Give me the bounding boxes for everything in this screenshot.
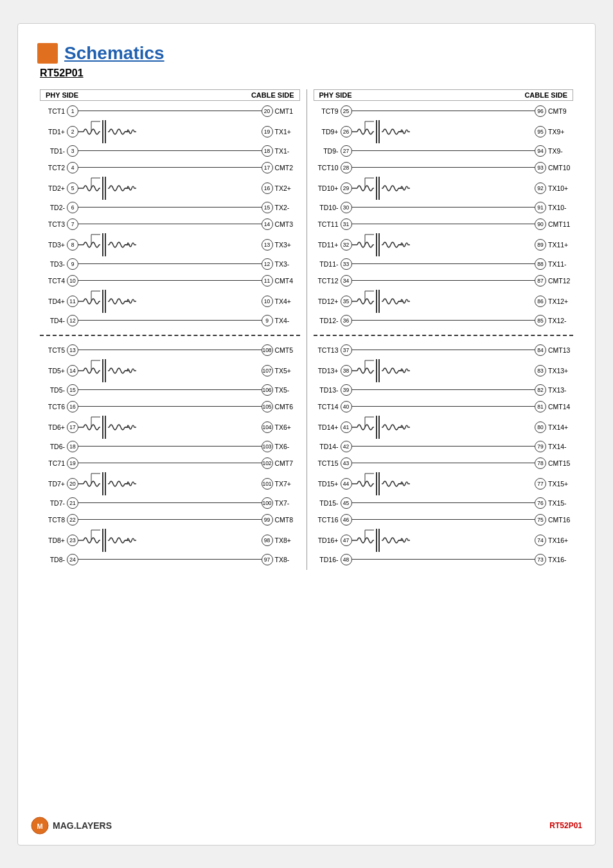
tdm-rname: TX5- [273,386,300,394]
tdm-line [78,559,262,560]
pin-number: 101 [262,478,273,490]
tdm-line [352,320,535,321]
pin-number: 18 [262,145,273,157]
subtitle: RT52P01 [40,67,576,79]
pin-number: 89 [535,239,546,251]
tdm-name: TD3- [40,260,67,268]
tct-line [352,224,535,225]
tct-line [352,350,535,351]
pin-number: 76 [535,497,546,509]
tdp-row: TD1+219TX1+ [40,119,300,145]
tct-rname: CMT4 [273,277,300,285]
pin-number: 39 [341,384,352,396]
pin-number: 9 [262,315,273,326]
tdp-rname: TX16+ [546,536,573,544]
tdm-line [352,389,535,391]
tdm-line [78,207,262,208]
tdp-rname: TX14+ [546,423,573,431]
tdp-rname: TX15+ [546,480,573,488]
transformer-container [78,354,262,387]
pin-number: 17 [67,421,78,433]
pin-number: 16 [67,401,78,412]
tdp-rname: TX4+ [273,297,300,305]
tct-rname: CMT9 [546,107,573,115]
pin-number: 3 [67,145,78,157]
tdm-line [352,502,535,504]
tdp-rname: TX8+ [273,536,300,544]
header: Schematics [37,43,576,64]
tct-line [352,111,535,112]
page-title: Schematics [64,43,164,64]
tdp-name: TD1+ [40,128,67,136]
tdm-rname: TX13- [546,386,573,394]
tdp-row: TD14+4180TX14+ [314,414,574,440]
footer-model: RT52P01 [549,821,582,830]
pin-number: 96 [535,105,546,117]
pin-number: 15 [262,202,273,213]
transformer-container [352,172,535,205]
transformer-symbol [78,467,136,500]
left-cable-label: CABLE SIDE [251,91,294,99]
tdm-name: TD5- [40,386,67,394]
transformer-container [78,285,262,318]
tdm-name: TD10- [314,204,341,211]
tdm-rname: TX6- [273,443,300,450]
tdm-name: TD9- [314,147,341,155]
tdm-rname: TX14- [546,443,573,450]
tdm-name: TD6- [40,443,67,450]
tct-line [78,111,262,112]
pin-number: 23 [67,535,78,546]
tct-rname: CMT14 [546,403,573,411]
pin-number: 26 [341,126,352,137]
tdp-row: TD7+20101TX7+ [40,471,300,497]
tdp-rname: TX7+ [273,480,300,488]
pin-number: 40 [341,401,352,412]
tdm-rname: TX7- [273,499,300,507]
channel-group: TCT2417CMT2TD2+516TX2+TD2-615TX2- [40,161,300,214]
tdp-rname: TX1+ [273,128,300,136]
pin-number: 84 [535,344,546,356]
tct-rname: CMT15 [546,459,573,467]
pin-number: 92 [535,182,546,194]
tct-line [78,224,262,225]
pin-number: 75 [535,514,546,526]
tdm-line [78,150,262,152]
tdm-line [78,446,262,447]
transformer-symbol [352,354,410,387]
pin-number: 10 [67,275,78,287]
tdm-name: TD15- [314,499,341,507]
tdm-line [78,320,262,321]
tdp-row: TD15+4477TX15+ [314,471,574,497]
left-channels-top: TCT1120CMT1TD1+219TX1+TD1-318TX1-TCT2417… [40,105,300,327]
transformer-container [352,285,535,318]
pin-number: 33 [341,258,352,270]
tdp-rname: TX9+ [546,128,573,136]
channel-group: TCT133784CMT13TD13+3883TX13+TD13-3982TX1… [314,344,574,396]
channel-group: TCT102893CMT10TD10+2992TX10+TD10-3091TX1… [314,161,574,214]
pin-number: 4 [67,162,78,173]
tct-name: TCT12 [314,277,341,285]
tct-rname: CMT13 [546,346,573,354]
pin-number: 81 [535,401,546,412]
tct-rname: CMT8 [273,516,300,524]
tdm-line [78,502,262,504]
tdm-name: TD4- [40,317,67,324]
transformer-symbol [78,285,136,318]
right-panel: PHY SIDE CABLE SIDE TCT92596CMT9TD9+2695… [311,89,576,570]
tdp-rname: TX13+ [546,367,573,375]
tdm-name: TD16- [314,556,341,563]
transformer-container [352,115,535,148]
pin-number: 14 [67,365,78,376]
transformer-container [352,467,535,500]
pin-number: 88 [535,258,546,270]
tct-rname: CMT10 [546,164,573,172]
tdm-line [352,207,535,208]
pin-number: 18 [67,441,78,452]
tdp-row: TD11+3289TX11+ [314,232,574,258]
channel-group: TCT3714CMT3TD3+813TX3+TD3-912TX3- [40,218,300,270]
left-phy-label: PHY SIDE [46,91,78,99]
tct-rname: CMT5 [273,346,300,354]
tdp-name: TD12+ [314,297,341,305]
tct-line [78,519,262,520]
tdm-name: TD11- [314,260,341,268]
